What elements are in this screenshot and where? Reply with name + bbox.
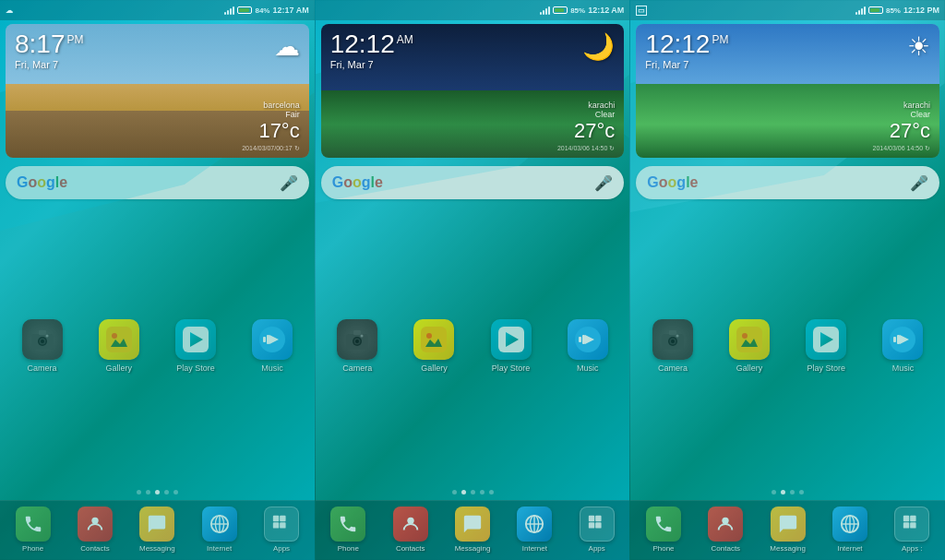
weather-date: Fri, Mar 7 bbox=[15, 59, 84, 70]
page-dot-0 bbox=[137, 490, 141, 494]
weather-bottom: barcelona Fair 17°c 2014/03/07/00:17 ↻ bbox=[15, 101, 300, 152]
app-item-camera[interactable]: Camera bbox=[634, 211, 711, 481]
mic-icon[interactable]: 🎤 bbox=[910, 174, 928, 192]
app-item-gallery[interactable]: Gallery bbox=[712, 211, 788, 481]
page-dot-3 bbox=[799, 490, 804, 494]
page-dots bbox=[0, 484, 315, 500]
search-bar[interactable]: Google 🎤 bbox=[636, 166, 939, 199]
dock-item-phone[interactable]: Phone bbox=[317, 506, 379, 553]
google-logo: Google bbox=[332, 174, 383, 191]
weather-icon: ☀ bbox=[907, 31, 930, 62]
app-item-music[interactable]: Music bbox=[234, 211, 311, 481]
weather-content: 8:17PM Fri, Mar 7 ☁ bbox=[15, 31, 300, 70]
dock-item-phone[interactable]: Phone bbox=[632, 506, 694, 553]
dock-item-apps[interactable]: Apps : bbox=[881, 506, 943, 553]
weather-condition: Fair bbox=[242, 110, 299, 119]
page-dots bbox=[630, 484, 945, 500]
battery-indicator bbox=[237, 6, 252, 14]
svg-rect-23 bbox=[280, 516, 285, 521]
search-bar[interactable]: Google 🎤 bbox=[321, 166, 625, 199]
weather-content: 12:12AM Fri, Mar 7 🌙 bbox=[330, 31, 616, 70]
bottom-dock: Phone Contacts bbox=[630, 500, 945, 560]
phone-3: ▭ 85% 12:12 PM 12:12PM bbox=[630, 0, 945, 560]
app-item-gallery[interactable]: Gallery bbox=[396, 211, 472, 481]
weather-city: karachi bbox=[557, 101, 615, 110]
weather-temp: 27°c bbox=[873, 119, 930, 143]
app-item-playstore[interactable]: Play Store bbox=[157, 211, 233, 481]
dock-item-internet[interactable]: Internet bbox=[819, 506, 880, 553]
svg-point-36 bbox=[426, 333, 432, 339]
app-item-playstore[interactable]: Play Store bbox=[788, 211, 865, 481]
svg-point-7 bbox=[45, 335, 48, 338]
weather-date: Fri, Mar 7 bbox=[645, 59, 728, 70]
search-bar[interactable]: Google 🎤 bbox=[6, 166, 309, 199]
dock-item-contacts[interactable]: Contacts bbox=[379, 506, 441, 553]
google-logo: Google bbox=[17, 174, 67, 191]
dock-icon-internet bbox=[517, 506, 552, 542]
weather-info: karachi Clear 27°c 2014/03/06 14:50 ↻ bbox=[873, 101, 930, 152]
dock-item-contacts[interactable]: Contacts bbox=[695, 506, 757, 553]
google-e: e bbox=[690, 174, 699, 190]
dock-item-apps[interactable]: Apps bbox=[250, 506, 312, 553]
mic-icon[interactable]: 🎤 bbox=[594, 174, 613, 192]
svg-rect-3 bbox=[39, 330, 46, 335]
status-bar: 85% 12:12 AM bbox=[316, 0, 630, 20]
google-o2: o bbox=[37, 174, 46, 190]
weather-time-row: 12:12PM Fri, Mar 7 ☀ bbox=[645, 31, 930, 70]
dock-icon-contacts bbox=[78, 506, 113, 542]
page-dot-2 bbox=[790, 490, 795, 494]
dock-item-messaging[interactable]: Messaging bbox=[441, 506, 503, 553]
dock-item-messaging[interactable]: Messaging bbox=[757, 506, 819, 553]
page-dot-2 bbox=[155, 490, 160, 494]
dock-item-contacts[interactable]: Contacts bbox=[64, 506, 126, 553]
dock-item-phone[interactable]: Phone bbox=[2, 506, 64, 553]
dock-icon-messaging bbox=[455, 506, 490, 542]
dock-item-messaging[interactable]: Messaging bbox=[126, 506, 188, 553]
dock-label-contacts: Contacts bbox=[80, 544, 110, 553]
app-icon-music bbox=[568, 319, 608, 360]
dock-item-apps[interactable]: Apps bbox=[566, 506, 628, 553]
app-item-gallery[interactable]: Gallery bbox=[80, 211, 157, 481]
dock-label-contacts: Contacts bbox=[396, 544, 425, 553]
google-o2: o bbox=[353, 174, 362, 190]
app-item-music[interactable]: Music bbox=[865, 211, 941, 481]
app-label-camera: Camera bbox=[658, 363, 688, 373]
weather-time-block: 12:12PM Fri, Mar 7 bbox=[645, 31, 728, 70]
weather-date: Fri, Mar 7 bbox=[330, 59, 413, 70]
mic-icon[interactable]: 🎤 bbox=[280, 174, 298, 192]
dock-label-apps: Apps bbox=[589, 544, 605, 553]
app-item-camera[interactable]: Camera bbox=[319, 211, 396, 481]
app-item-playstore[interactable]: Play Store bbox=[472, 211, 549, 481]
page-dot-4 bbox=[173, 490, 178, 494]
svg-point-32 bbox=[355, 340, 359, 343]
weather-info: barcelona Fair 17°c 2014/03/07/00:17 ↻ bbox=[242, 101, 299, 152]
svg-rect-74 bbox=[903, 516, 909, 521]
svg-point-10 bbox=[112, 333, 117, 339]
dock-label-apps: Apps bbox=[273, 544, 290, 553]
dock-label-phone: Phone bbox=[338, 544, 359, 553]
weather-time: 12:12AM bbox=[330, 31, 413, 57]
status-bar: ☁ 84% 12:17 AM bbox=[0, 0, 315, 20]
svg-rect-24 bbox=[273, 522, 279, 528]
weather-widget: 12:12AM Fri, Mar 7 🌙 karachi Clear 27°c … bbox=[321, 24, 625, 158]
svg-point-58 bbox=[671, 340, 675, 343]
dock-item-internet[interactable]: Internet bbox=[504, 506, 566, 553]
google-g2: g bbox=[362, 174, 371, 190]
dock-icon-phone bbox=[330, 506, 365, 542]
bottom-dock: Phone Contacts bbox=[316, 500, 630, 560]
dock-item-internet[interactable]: Internet bbox=[188, 506, 250, 553]
google-o2: o bbox=[668, 174, 677, 190]
svg-point-6 bbox=[41, 340, 44, 343]
weather-time-block: 12:12AM Fri, Mar 7 bbox=[330, 31, 413, 70]
dock-label-messaging: Messaging bbox=[139, 544, 175, 553]
app-item-camera[interactable]: Camera bbox=[4, 211, 80, 481]
weather-time: 8:17PM bbox=[15, 31, 84, 57]
app-icon-gallery bbox=[729, 319, 770, 360]
app-item-music[interactable]: Music bbox=[549, 211, 626, 481]
weather-timestamp: 2014/03/07/00:17 ↻ bbox=[242, 145, 299, 152]
google-o1: o bbox=[659, 174, 668, 190]
dock-icon-messaging bbox=[139, 506, 174, 542]
app-label-gallery: Gallery bbox=[736, 363, 763, 373]
google-o1: o bbox=[343, 174, 353, 190]
svg-rect-55 bbox=[669, 330, 676, 335]
